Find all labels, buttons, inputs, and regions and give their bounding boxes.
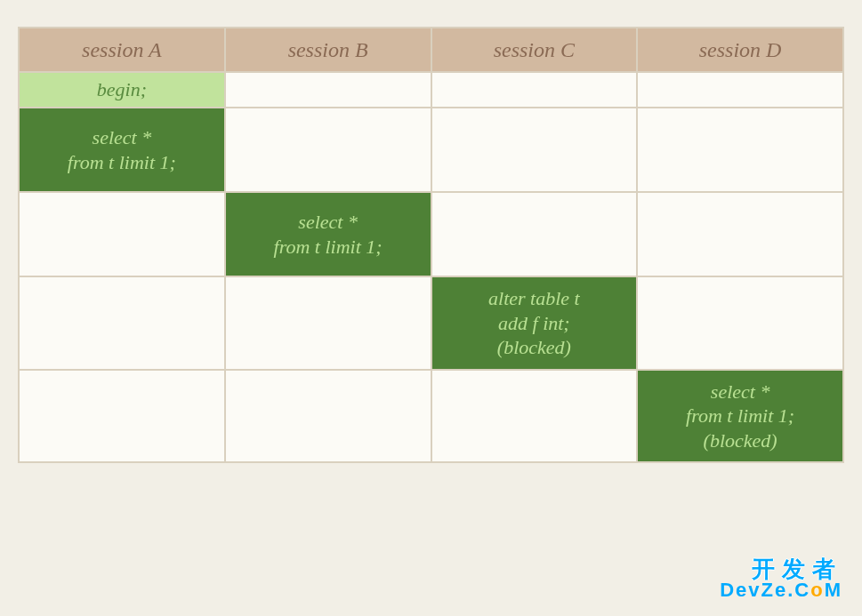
sql-line: alter table t (438, 286, 632, 311)
table-cell (19, 192, 225, 276)
cell-sql: alter table tadd f int;(blocked) (431, 276, 638, 370)
table-body: begin;select *from t limit 1;select *fro… (19, 72, 843, 462)
watermark-en: DevZe.CoM (720, 580, 842, 600)
sql-line: (blocked) (438, 335, 632, 360)
sql-line: (blocked) (643, 428, 837, 453)
sql-line: from t limit 1; (25, 150, 219, 175)
cell-sql: select *from t limit 1; (19, 108, 225, 192)
sql-line: from t limit 1; (643, 404, 837, 428)
sql-line: from t limit 1; (231, 235, 425, 260)
table-cell (431, 72, 638, 108)
table-row: alter table tadd f int;(blocked) (19, 276, 843, 370)
session-lock-table: session A session B session C session D … (18, 27, 844, 463)
table-cell (431, 108, 638, 192)
sql-line: begin; (97, 78, 147, 100)
header-session-b: session B (225, 28, 431, 72)
watermark-cn: 开发者 (720, 557, 842, 580)
cell-sql: select *from t limit 1; (225, 192, 431, 276)
header-session-c: session C (431, 28, 638, 72)
header-row: session A session B session C session D (19, 28, 843, 72)
table-cell (225, 108, 431, 192)
cell-begin: begin; (19, 72, 225, 108)
table-cell (225, 276, 431, 370)
header-session-a: session A (19, 28, 225, 72)
table-row: select *from t limit 1; (19, 192, 843, 276)
table-cell (225, 72, 431, 108)
table-cell (431, 192, 638, 276)
sql-line: select * (25, 125, 219, 150)
table-row: select *from t limit 1;(blocked) (19, 370, 843, 463)
table-cell (19, 370, 225, 463)
watermark: 开发者 DevZe.CoM (720, 557, 842, 600)
table-cell (225, 370, 431, 463)
table-row: begin; (19, 72, 843, 108)
sql-line: select * (643, 380, 837, 404)
table-cell (431, 370, 638, 463)
sql-line: select * (231, 210, 425, 235)
table-cell (637, 276, 843, 370)
sql-line: add f int; (438, 311, 632, 336)
cell-sql: select *from t limit 1;(blocked) (637, 370, 843, 463)
table-row: select *from t limit 1; (19, 108, 843, 192)
table-cell (637, 108, 843, 192)
header-session-d: session D (637, 28, 843, 72)
table-cell (637, 72, 843, 108)
table-cell (637, 192, 843, 276)
table-cell (19, 276, 225, 370)
